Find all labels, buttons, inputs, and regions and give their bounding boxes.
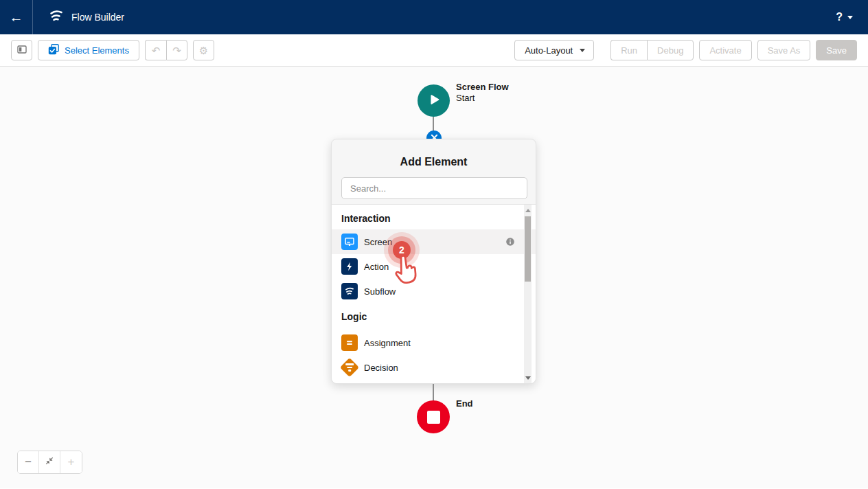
app-title: Flow Builder xyxy=(71,12,124,23)
action-icon xyxy=(341,258,358,275)
assignment-icon xyxy=(341,334,358,351)
scrollbar-thumb[interactable] xyxy=(525,216,531,282)
save-as-button[interactable]: Save As xyxy=(757,40,811,60)
add-element-popup: Add Element Interaction Screen xyxy=(331,139,536,384)
settings-button[interactable]: ⚙ xyxy=(193,40,214,60)
scroll-down-arrow-icon[interactable] xyxy=(524,374,532,382)
undo-button[interactable]: ↶ xyxy=(145,40,166,60)
top-navbar: ← Flow Builder ? xyxy=(0,0,868,34)
select-elements-button[interactable]: Select Elements xyxy=(38,40,139,60)
popup-scrollbar[interactable] xyxy=(524,205,532,383)
activate-button[interactable]: Activate xyxy=(699,40,751,60)
back-button[interactable]: ← xyxy=(0,0,33,34)
end-node-label: End xyxy=(456,398,473,409)
end-node[interactable] xyxy=(417,400,450,433)
element-list: Interaction Screen xyxy=(332,204,536,383)
subflow-icon xyxy=(341,283,358,299)
element-search-input[interactable] xyxy=(341,177,527,199)
help-caret-icon[interactable] xyxy=(847,16,853,19)
section-header-interaction: Interaction xyxy=(332,213,536,224)
start-node-label: Screen Flow Start xyxy=(456,82,509,104)
click-hand-cursor-icon xyxy=(389,251,423,289)
toggle-panel-button[interactable] xyxy=(11,40,32,60)
element-item-decision[interactable]: Decision xyxy=(332,355,536,380)
screen-icon xyxy=(341,234,358,250)
section-header-logic: Logic xyxy=(332,311,536,322)
panel-toggle-icon xyxy=(16,44,27,57)
flow-canvas[interactable]: Screen Flow Start Add Element Interactio… xyxy=(0,67,868,488)
select-elements-checkbox-icon xyxy=(48,44,59,57)
connector-line xyxy=(433,117,434,131)
builder-toolbar: Select Elements ↶ ↷ ⚙ Auto-Layout Run De… xyxy=(0,34,868,67)
connector-line xyxy=(433,384,434,401)
play-icon xyxy=(426,92,442,110)
element-item-action[interactable]: Action xyxy=(332,254,536,279)
back-arrow-icon: ← xyxy=(10,10,23,25)
redo-button[interactable]: ↷ xyxy=(166,40,187,60)
info-icon[interactable] xyxy=(505,237,515,249)
debug-button[interactable]: Debug xyxy=(647,40,694,60)
save-button[interactable]: Save xyxy=(816,40,857,60)
element-item-assignment[interactable]: Assignment xyxy=(332,330,536,355)
gear-icon: ⚙ xyxy=(199,45,208,56)
zoom-out-button[interactable]: − xyxy=(18,451,39,473)
flow-builder-logo-icon xyxy=(48,8,65,27)
fit-to-view-icon xyxy=(45,455,54,469)
zoom-controls: − + xyxy=(17,451,82,474)
stop-icon xyxy=(427,411,440,424)
decision-icon xyxy=(341,359,358,376)
scroll-up-arrow-icon[interactable] xyxy=(524,206,532,214)
undo-icon: ↶ xyxy=(152,45,161,56)
chevron-down-icon xyxy=(580,49,585,52)
element-item-screen[interactable]: Screen xyxy=(332,229,536,254)
zoom-in-button[interactable]: + xyxy=(60,451,82,473)
layout-mode-dropdown[interactable]: Auto-Layout xyxy=(514,40,594,60)
redo-icon: ↷ xyxy=(172,45,181,56)
element-item-subflow[interactable]: Subflow xyxy=(332,279,536,304)
zoom-fit-button[interactable] xyxy=(39,451,60,473)
start-node[interactable] xyxy=(418,84,450,117)
help-button[interactable]: ? xyxy=(836,11,843,23)
run-button[interactable]: Run xyxy=(610,40,647,60)
popup-title: Add Element xyxy=(332,139,536,168)
